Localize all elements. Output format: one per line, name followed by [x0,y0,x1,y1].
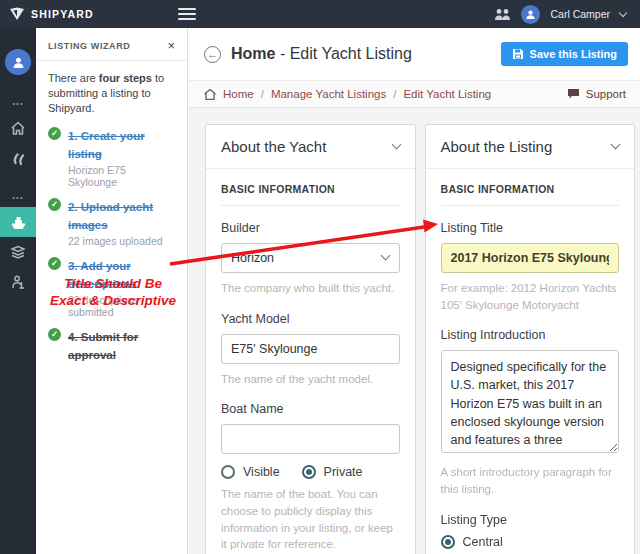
about-listing-card: About the Listing BASIC INFORMATION List… [425,124,636,554]
step-link-create-listing[interactable]: 1. Create your listing [68,130,145,160]
home-icon [204,89,216,100]
boat-name-label: Boat Name [221,402,400,416]
main-area: ← Home - Edit Yacht Listing Save this Li… [188,28,640,554]
yacht-model-help: The name of the yacht model. [221,371,400,388]
breadcrumb-manage-listings[interactable]: Manage Yacht Listings [271,88,386,100]
page-header: ← Home - Edit Yacht Listing Save this Li… [188,28,640,81]
save-listing-button[interactable]: Save this Listing [501,42,628,66]
yacht-model-input[interactable] [221,334,400,364]
sidebar-rail: ••• ••• [0,28,36,554]
listing-intro-label: Listing Introduction [441,328,620,342]
listing-title-help: For example: 2012 Horizon Yachts 105' Sk… [441,280,620,313]
step-link-upload-images[interactable]: 2. Upload yacht images [68,201,153,231]
sidebar-item-profile[interactable] [0,45,36,79]
listing-wizard-panel: LISTING WIZARD × There are four steps to… [36,28,188,554]
listing-type-group: Central Open Trade-in [441,535,620,554]
listing-title-input[interactable] [441,243,620,273]
quote-strokes-icon [11,151,26,166]
yacht-icon [10,215,27,230]
annotation-title-note: Title Should BeExact & Descriptive [38,276,188,310]
check-icon: ✓ [48,198,61,211]
radio-central[interactable]: Central [441,535,620,549]
breadcrumb: Home / Manage Yacht Listings / Edit Yach… [188,81,640,108]
radio-checked-icon [441,535,455,549]
about-yacht-card-header[interactable]: About the Yacht [206,125,415,169]
builder-label: Builder [221,221,400,235]
sidebar-item-yachts-active[interactable] [0,207,36,237]
person-icon [525,9,536,20]
users-icon[interactable] [494,8,511,21]
breadcrumb-home[interactable]: Home [223,88,254,100]
boat-name-privacy-group: Visible Private [221,465,400,479]
back-icon[interactable]: ← [204,46,221,63]
menu-toggle-icon[interactable] [178,8,196,20]
section-basic-information: BASIC INFORMATION [441,183,620,206]
sidebar-item-home[interactable] [0,113,36,143]
wizard-steps: ✓ 1. Create your listing Horizon E75 Sky… [36,120,187,363]
person-desk-icon [10,275,26,290]
content: About the Yacht BASIC INFORMATION Builde… [188,108,640,554]
radio-private[interactable]: Private [302,465,363,479]
wizard-step: ✓ 4. Submit for approval [48,327,177,363]
chevron-down-icon [619,8,627,16]
check-icon: ✓ [48,328,61,341]
user-menu[interactable]: Carl Camper [550,8,610,20]
sidebar-divider-dots: ••• [0,187,36,207]
support-link[interactable]: Support [567,88,626,100]
check-icon: ✓ [48,127,61,140]
builder-select[interactable]: Horizon [221,243,400,273]
yacht-model-label: Yacht Model [221,312,400,326]
about-yacht-card: About the Yacht BASIC INFORMATION Builde… [205,124,416,554]
close-icon[interactable]: × [167,41,175,51]
sidebar-item-captain[interactable] [0,267,36,297]
chat-bubble-icon [567,88,580,100]
brand-name: SHIPYARD [31,8,94,20]
wizard-step: ✓ 2. Upload yacht images 22 images uploa… [48,197,177,247]
sidebar-item-layers[interactable] [0,237,36,267]
save-floppy-icon [512,48,524,60]
topbar: SHIPYARD Carl Camper [0,0,640,28]
sidebar-divider-dots: ••• [0,93,36,113]
section-basic-information: BASIC INFORMATION [221,183,400,206]
step-sub: Horizon E75 Skylounge [68,164,177,188]
listing-type-label: Listing Type [441,513,620,527]
about-listing-card-header[interactable]: About the Listing [426,125,635,169]
wizard-title: LISTING WIZARD [48,41,130,51]
listing-intro-help: A short introductory paragraph for this … [441,464,620,497]
chevron-down-icon [391,140,401,150]
step-sub: 22 images uploaded [68,235,177,247]
sidebar-item-listings[interactable] [0,143,36,173]
boat-name-input[interactable] [221,424,400,454]
radio-icon [221,465,235,479]
wizard-step: ✓ 1. Create your listing Horizon E75 Sky… [48,126,177,188]
layers-icon [10,245,26,259]
profile-avatar-icon [5,49,31,75]
home-icon [10,121,26,136]
chevron-down-icon [611,140,621,150]
page-title: Home - Edit Yacht Listing [231,45,412,63]
wizard-intro: There are four steps to submitting a lis… [36,61,187,120]
user-avatar[interactable] [521,5,540,24]
shipyard-logo-icon [9,7,25,21]
step-link-submit-approval[interactable]: 4. Submit for approval [68,331,138,361]
check-icon: ✓ [48,257,61,270]
radio-checked-icon [302,465,316,479]
breadcrumb-current: Edit Yacht Listing [403,88,491,100]
brand[interactable]: SHIPYARD [0,7,170,21]
radio-visible[interactable]: Visible [221,465,280,479]
builder-help: The company who built this yacht. [221,280,400,297]
listing-title-label: Listing Title [441,221,620,235]
listing-intro-textarea[interactable]: Designed specifically for the U.S. marke… [441,350,620,453]
boat-name-help: The name of the boat. You can choose to … [221,486,400,553]
